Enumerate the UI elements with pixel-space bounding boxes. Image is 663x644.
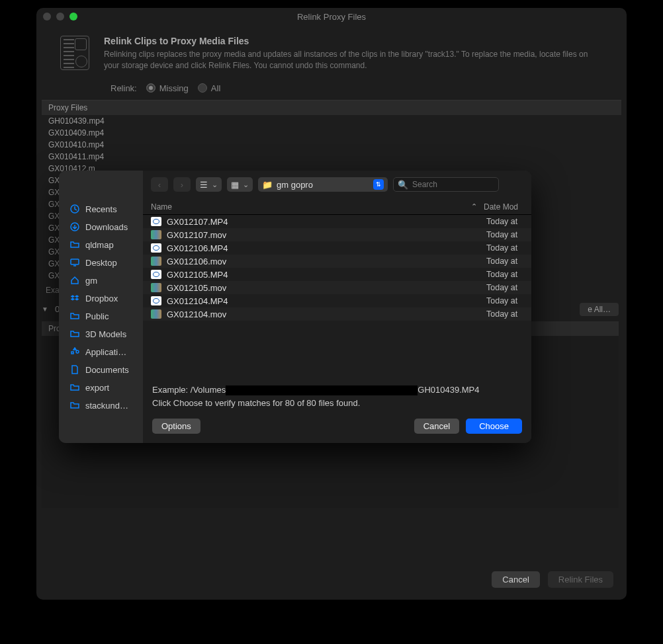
view-grid-button[interactable]: ▦⌄: [227, 177, 253, 192]
sidebar-item-gm[interactable]: gm: [67, 274, 143, 287]
file-row[interactable]: GX012104.movToday at: [143, 307, 531, 321]
file-row[interactable]: GX012106.movToday at: [143, 255, 531, 268]
sidebar-item-public[interactable]: Public: [67, 309, 143, 323]
sidebar-item-label: qldmap: [85, 240, 114, 250]
file-picker-main: ‹ › ☰⌄ ▦⌄ 📁 gm gopro ⇅ 🔍 Name ⌃ Date Mod…: [143, 171, 531, 443]
file-type-icon: [151, 296, 161, 305]
file-picker-sheet: RecentsDownloadsqldmapDesktopgmDropboxPu…: [59, 171, 531, 443]
search-field[interactable]: 🔍: [393, 177, 499, 192]
cancel-button[interactable]: Cancel: [492, 571, 539, 588]
desktop-icon: [69, 257, 80, 268]
nav-back-button[interactable]: ‹: [151, 177, 168, 192]
sidebar-item-label: Public: [85, 311, 109, 321]
file-type-icon: [151, 257, 161, 266]
sidebar-item-dropbox[interactable]: Dropbox: [67, 292, 143, 305]
col-name[interactable]: Name ⌃: [151, 202, 484, 212]
sidebar-item-export[interactable]: export: [67, 381, 143, 394]
sidebar-item-label: Documents: [85, 365, 129, 375]
folder-icon: [69, 400, 80, 411]
file-row[interactable]: GX012106.MP4Today at: [143, 241, 531, 255]
sidebar: RecentsDownloadsqldmapDesktopgmDropboxPu…: [59, 171, 143, 443]
file-row[interactable]: GX012107.MP4Today at: [143, 215, 531, 228]
chevron-down-icon: ⌄: [243, 181, 249, 189]
file-row[interactable]: GX012105.movToday at: [143, 281, 531, 294]
file-name: GX012104.mov: [167, 309, 486, 319]
folder-icon: [69, 329, 80, 339]
file-row[interactable]: GX012107.movToday at: [143, 228, 531, 241]
file-type-icon: [151, 230, 161, 239]
file-type-icon: [151, 309, 161, 319]
file-date: Today at: [486, 230, 523, 239]
col-date[interactable]: Date Mod: [484, 202, 523, 212]
folder-icon: 📁: [262, 180, 273, 190]
sidebar-item-documents[interactable]: Documents: [67, 363, 143, 376]
column-headers: Name ⌃ Date Mod: [143, 198, 531, 215]
file-type-icon: [151, 243, 161, 253]
disclosure-triangle-icon[interactable]: ▼: [42, 305, 48, 313]
header-heading: Relink Clips to Proxy Media Files: [104, 36, 594, 46]
example-prefix: Example: /Volumes: [152, 385, 226, 395]
window-title: Relink Proxy Files: [36, 12, 627, 22]
search-input[interactable]: [412, 180, 494, 189]
file-row[interactable]: GX012104.MP4Today at: [143, 294, 531, 307]
sidebar-item-recents[interactable]: Recents: [67, 202, 143, 216]
file-name: GX012104.MP4: [167, 296, 486, 306]
sidebar-item-label: Recents: [85, 204, 117, 214]
file-name: GX012106.mov: [167, 257, 486, 266]
options-button[interactable]: Options: [152, 419, 200, 434]
relink-files-button: Relink Files: [548, 571, 613, 588]
sidebar-item-applicati[interactable]: Applicati…: [67, 345, 143, 358]
sidebar-item-label: Downloads: [85, 222, 128, 232]
grid-icon: ▦: [231, 180, 239, 190]
toolbar: ‹ › ☰⌄ ▦⌄ 📁 gm gopro ⇅ 🔍: [143, 171, 531, 198]
crumb-label: gm gopro: [277, 180, 313, 190]
proxy-file-row[interactable]: GH010439.mp4: [42, 115, 621, 127]
radio-dot-icon: [146, 83, 155, 93]
chevron-left-icon: ‹: [158, 180, 161, 190]
file-date: Today at: [486, 309, 523, 319]
proxy-file-row[interactable]: GX010409.mp4: [42, 127, 621, 139]
path-crumb[interactable]: 📁 gm gopro ⇅: [258, 177, 388, 192]
folder-icon: [69, 382, 80, 393]
relink-label: Relink:: [111, 83, 137, 93]
sidebar-item-downloads[interactable]: Downloads: [67, 220, 143, 233]
file-name: GX012107.mov: [167, 230, 486, 240]
chevron-right-icon: ›: [181, 180, 183, 190]
sidebar-item-qldmap[interactable]: qldmap: [67, 238, 143, 251]
file-name: GX012107.MP4: [167, 217, 486, 227]
file-name: GX012106.MP4: [167, 243, 486, 253]
file-row[interactable]: GX012105.MP4Today at: [143, 268, 531, 281]
nav-forward-button[interactable]: ›: [173, 177, 191, 192]
example-suffix: GH010439.MP4: [418, 385, 479, 395]
relink-mode-row: Relink: Missing All: [36, 75, 627, 100]
header-description: Relinking clips replaces the proxy media…: [104, 49, 594, 71]
locate-all-button[interactable]: e All…: [580, 303, 619, 316]
doc-icon: [69, 364, 80, 375]
proxy-file-row[interactable]: GX010410.mp4: [42, 139, 621, 151]
search-icon: 🔍: [398, 180, 408, 190]
sidebar-item-desktop[interactable]: Desktop: [67, 256, 143, 269]
file-date: Today at: [486, 296, 523, 305]
titlebar: Relink Proxy Files: [36, 8, 627, 25]
radio-all[interactable]: All: [198, 83, 220, 93]
radio-missing[interactable]: Missing: [146, 83, 189, 93]
sidebar-item-label: Applicati…: [85, 347, 126, 357]
file-name: GX012105.mov: [167, 283, 486, 293]
sidebar-item-3dmodels[interactable]: 3D Models: [67, 327, 143, 341]
home-icon: [69, 275, 80, 286]
file-type-icon: [151, 283, 161, 292]
sidebar-item-label: export: [85, 383, 109, 393]
apps-icon: [69, 346, 80, 357]
sidebar-item-label: 3D Models: [85, 329, 126, 339]
picker-choose-button[interactable]: Choose: [466, 419, 522, 434]
sidebar-item-stackund[interactable]: stackund…: [67, 399, 143, 412]
dropbox-icon: [69, 293, 80, 303]
file-date: Today at: [486, 283, 523, 292]
picker-cancel-button[interactable]: Cancel: [414, 419, 459, 434]
view-list-button[interactable]: ☰⌄: [196, 177, 222, 192]
chevron-down-icon: ⌄: [212, 181, 218, 189]
sidebar-item-label: gm: [85, 276, 97, 286]
proxy-file-row[interactable]: GX010411.mp4: [42, 151, 621, 163]
radio-missing-label: Missing: [159, 83, 189, 93]
file-area[interactable]: GX012107.MP4Today atGX012107.movToday at…: [143, 215, 531, 377]
